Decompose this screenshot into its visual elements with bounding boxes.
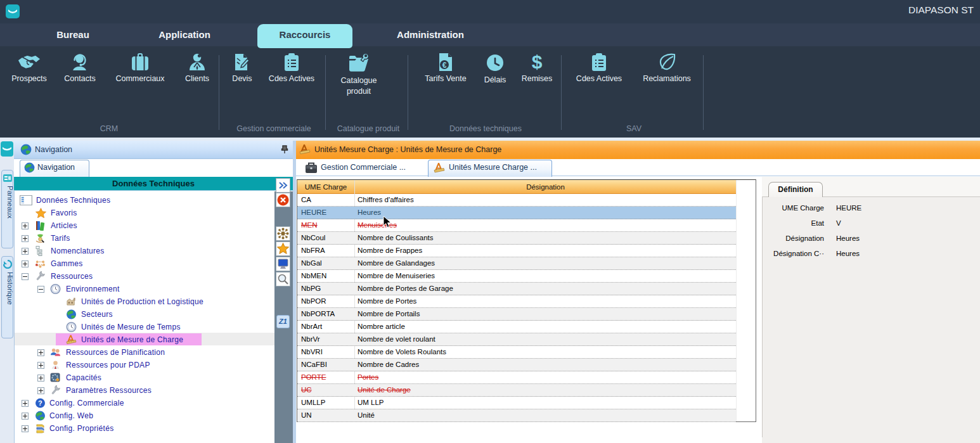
svg-text:$: $: [532, 53, 543, 72]
svg-text:?: ?: [38, 399, 42, 407]
svg-text:€: €: [442, 61, 447, 70]
